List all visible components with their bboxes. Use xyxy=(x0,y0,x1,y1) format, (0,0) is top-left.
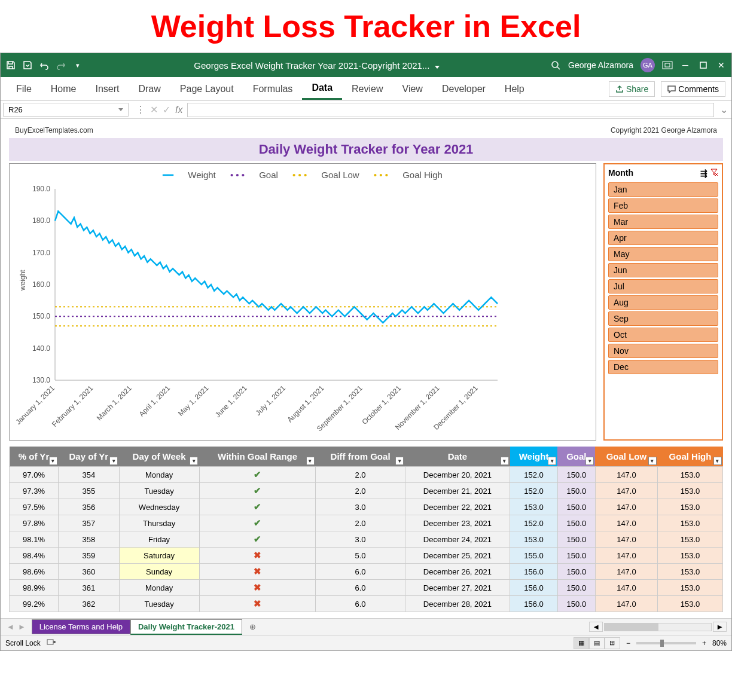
svg-text:140.0: 140.0 xyxy=(32,344,50,353)
tab-next-icon[interactable]: ► xyxy=(18,622,26,631)
svg-point-31 xyxy=(53,641,56,643)
zoom-out-icon[interactable]: − xyxy=(626,639,630,647)
slicer-item-aug[interactable]: Aug xyxy=(608,295,718,310)
hscroll-left-icon[interactable]: ◄ xyxy=(589,622,603,632)
search-icon[interactable] xyxy=(550,60,561,71)
slicer-item-feb[interactable]: Feb xyxy=(608,198,718,213)
col-header[interactable]: Within Goal Range▾ xyxy=(199,447,316,467)
slicer-item-dec[interactable]: Dec xyxy=(608,360,718,374)
share-button[interactable]: Share xyxy=(609,81,655,97)
tab-help[interactable]: Help xyxy=(495,79,534,99)
tab-review[interactable]: Review xyxy=(342,79,392,99)
tab-license[interactable]: License Terms and Help xyxy=(32,619,130,634)
col-header[interactable]: Goal▾ xyxy=(557,447,595,467)
filter-icon[interactable]: ▾ xyxy=(190,457,198,465)
filter-icon[interactable]: ▾ xyxy=(713,457,722,465)
table-row[interactable]: 98.6%360Sunday✖6.0December 26, 2021156.0… xyxy=(10,564,723,580)
record-macro-icon[interactable] xyxy=(47,638,56,648)
tab-page-layout[interactable]: Page Layout xyxy=(170,79,243,99)
clear-filter-icon[interactable] xyxy=(710,169,718,178)
formula-input[interactable] xyxy=(187,103,714,117)
autosave-icon[interactable] xyxy=(22,60,33,71)
ribbon-tabs: FileHomeInsertDrawPage LayoutFormulasDat… xyxy=(1,77,731,101)
tab-data[interactable]: Data xyxy=(302,78,342,100)
multi-select-icon[interactable]: ⇶ xyxy=(700,169,707,178)
col-header[interactable]: Goal Low▾ xyxy=(595,447,657,467)
col-header[interactable]: Goal High▾ xyxy=(658,447,723,467)
filter-icon[interactable]: ▾ xyxy=(501,457,509,465)
col-header[interactable]: Diff from Goal▾ xyxy=(316,447,405,467)
svg-text:August 1, 2021: August 1, 2021 xyxy=(286,384,326,424)
filter-icon[interactable]: ▾ xyxy=(109,457,118,465)
tab-prev-icon[interactable]: ◄ xyxy=(7,622,14,631)
page-break-view-icon[interactable]: ⊞ xyxy=(605,637,620,649)
table-row[interactable]: 97.0%354Monday✔2.0December 20, 2021152.0… xyxy=(10,467,723,483)
name-box[interactable]: R26 xyxy=(3,103,129,117)
zoom-slider[interactable] xyxy=(636,642,696,644)
slicer-item-nov[interactable]: Nov xyxy=(608,344,718,358)
tab-formulas[interactable]: Formulas xyxy=(243,79,303,99)
hscroll-right-icon[interactable]: ► xyxy=(713,622,727,632)
add-sheet-icon[interactable]: ⊕ xyxy=(242,622,263,631)
slicer-item-may[interactable]: May xyxy=(608,247,718,261)
slicer-item-apr[interactable]: Apr xyxy=(608,231,718,245)
close-icon[interactable]: ✕ xyxy=(716,60,727,71)
slicer-item-sep[interactable]: Sep xyxy=(608,311,718,326)
zoom-level[interactable]: 80% xyxy=(712,639,727,647)
save-icon[interactable] xyxy=(5,60,16,71)
slicer-item-mar[interactable]: Mar xyxy=(608,215,718,229)
tab-home[interactable]: Home xyxy=(41,79,86,99)
filter-icon[interactable]: ▾ xyxy=(548,457,556,465)
slicer-item-jul[interactable]: Jul xyxy=(608,279,718,294)
tab-insert[interactable]: Insert xyxy=(86,79,129,99)
normal-view-icon[interactable]: ▦ xyxy=(574,637,589,649)
col-header[interactable]: Day of Yr▾ xyxy=(59,447,120,467)
filter-icon[interactable]: ▾ xyxy=(648,457,657,465)
table-row[interactable]: 97.5%356Wednesday✔3.0December 22, 202115… xyxy=(10,499,723,515)
zoom-in-icon[interactable]: + xyxy=(702,639,706,647)
undo-icon[interactable] xyxy=(39,60,50,71)
minimize-icon[interactable]: ─ xyxy=(680,60,691,71)
table-row[interactable]: 98.1%358Friday✔3.0December 24, 2021153.0… xyxy=(10,531,723,548)
tab-tracker[interactable]: Daily Weight Tracker-2021 xyxy=(130,619,242,635)
sheet-tabs-bar: ◄ ► License Terms and Help Daily Weight … xyxy=(1,618,731,635)
month-slicer: Month ⇶ JanFebMarAprMayJunJulAugSepOctNo… xyxy=(603,163,723,441)
ribbon-mode-icon[interactable] xyxy=(662,60,673,71)
qat-more-icon[interactable]: ▾ xyxy=(72,60,83,71)
fx-cancel-icon[interactable]: ✕ xyxy=(150,104,158,115)
redo-icon[interactable] xyxy=(56,60,66,71)
col-header[interactable]: % of Yr▾ xyxy=(10,447,59,467)
tab-view[interactable]: View xyxy=(393,79,432,99)
table-row[interactable]: 98.9%361Monday✖6.0December 27, 2021156.0… xyxy=(10,580,723,596)
horizontal-scrollbar[interactable] xyxy=(604,623,712,631)
table-row[interactable]: 97.8%357Thursday✔2.0December 23, 2021152… xyxy=(10,515,723,531)
document-title: Georges Excel Weight Tracker Year 2021-C… xyxy=(83,60,550,71)
formula-expand-icon[interactable]: ⌄ xyxy=(716,104,731,115)
slicer-item-jun[interactable]: Jun xyxy=(608,263,718,277)
page-layout-view-icon[interactable]: ▤ xyxy=(589,637,605,649)
filter-icon[interactable]: ▾ xyxy=(585,457,594,465)
table-row[interactable]: 99.2%362Tuesday✖6.0December 28, 2021156.… xyxy=(10,596,723,612)
filter-icon[interactable]: ▾ xyxy=(306,457,315,465)
svg-text:190.0: 190.0 xyxy=(32,185,50,193)
fx-dots-icon[interactable]: ⋮ xyxy=(136,104,145,115)
filter-icon[interactable]: ▾ xyxy=(395,457,404,465)
tab-file[interactable]: File xyxy=(7,79,41,99)
filter-icon[interactable]: ▾ xyxy=(49,457,57,465)
slicer-item-jan[interactable]: Jan xyxy=(608,182,718,197)
svg-text:180.0: 180.0 xyxy=(32,216,50,225)
col-header[interactable]: Weight▾ xyxy=(510,447,558,467)
col-header[interactable]: Date▾ xyxy=(405,447,510,467)
weight-chart[interactable]: ━━ Weight • • • Goal • • • Goal Low • • … xyxy=(9,163,596,441)
comments-button[interactable]: Comments xyxy=(661,81,725,97)
maximize-icon[interactable] xyxy=(698,60,709,71)
col-header[interactable]: Day of Week▾ xyxy=(119,447,199,467)
slicer-item-oct[interactable]: Oct xyxy=(608,328,718,342)
table-row[interactable]: 98.4%359Saturday✖5.0December 25, 2021155… xyxy=(10,548,723,564)
fx-accept-icon[interactable]: ✓ xyxy=(163,104,170,115)
svg-text:May 1, 2021: May 1, 2021 xyxy=(176,384,211,418)
avatar[interactable]: GA xyxy=(640,58,655,72)
tab-draw[interactable]: Draw xyxy=(129,79,170,99)
table-row[interactable]: 97.3%355Tuesday✔2.0December 21, 2021152.… xyxy=(10,483,723,499)
tab-developer[interactable]: Developer xyxy=(432,79,495,99)
